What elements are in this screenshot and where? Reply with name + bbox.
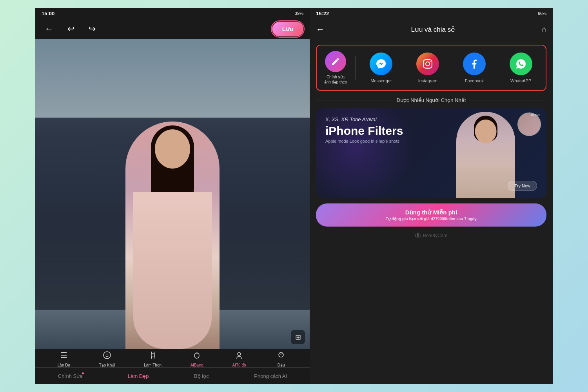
popular-title: Được Nhiều Người Chọn Nhất xyxy=(397,97,466,103)
banner-head xyxy=(475,120,497,143)
share-back-button[interactable]: ← xyxy=(316,24,325,34)
tao-khoi-label: Tạo Khối xyxy=(99,363,115,367)
try-now-button[interactable]: Try Now xyxy=(508,181,537,191)
bottom-toolbar: ☰ Làn Da Tạo Khối xyxy=(35,349,310,384)
popular-section: Được Nhiều Người Chọn Nhất X, XS, XR Ton… xyxy=(310,97,553,384)
bottom-tools: ☰ Làn Da Tạo Khối xyxy=(35,349,310,367)
messenger-icon xyxy=(370,53,392,75)
whatsapp-icon xyxy=(510,53,532,75)
dau-icon xyxy=(275,349,287,361)
photo-placeholder: ⊞ xyxy=(35,39,310,349)
lan-da-icon: ☰ xyxy=(58,349,70,361)
compare-icon-symbol: ⊞ xyxy=(295,333,301,341)
dau-label: Đầu xyxy=(278,363,285,367)
tab-phong-cach-ai[interactable]: Phong cách AI xyxy=(249,372,292,381)
svg-point-0 xyxy=(103,352,111,359)
tool-dau[interactable]: Đầu xyxy=(275,349,287,367)
edit-next-option[interactable]: Chỉnh sửaảnh tiếp theo xyxy=(321,51,350,85)
chinh-sua-dot xyxy=(82,372,84,374)
share-title: Lưu và chia sẻ xyxy=(325,25,541,34)
status-icons-left: 39% xyxy=(295,11,303,16)
facebook-app[interactable]: Facebook xyxy=(463,53,486,83)
share-options-inner: Chỉnh sửaảnh tiếp theo Messenger xyxy=(316,45,546,91)
tao-khoi-icon xyxy=(101,349,113,361)
tool-lam-thon[interactable]: Làm Thon xyxy=(144,349,162,367)
messenger-label: Messenger xyxy=(370,78,392,83)
facebook-label: Facebook xyxy=(465,78,484,83)
tab-lam-dep[interactable]: Làm Đẹp xyxy=(123,372,154,381)
banner-tag: X, XS, XR Tone Arrival xyxy=(325,116,377,122)
try-free-label: Dùng thử Miễn phí xyxy=(321,209,541,216)
photo-area: ⊞ xyxy=(35,39,310,349)
try-free-sub: Tự động gia hạn với giá đ279000/năm sau … xyxy=(321,217,541,221)
time-right: 15:22 xyxy=(316,11,329,16)
left-panel: 15:00 39% ← ↩ ↪ Lưu xyxy=(35,8,310,384)
battery-right: 66% xyxy=(538,11,546,16)
popular-header: Được Nhiều Người Chọn Nhất xyxy=(316,97,546,103)
lam-thon-label: Làm Thon xyxy=(144,363,162,367)
messenger-app[interactable]: Messenger xyxy=(370,53,392,83)
beautycam-text: BeautyCam xyxy=(423,233,448,238)
ai-bung-label: AIBụng xyxy=(191,363,203,367)
tab-chinh-sua[interactable]: Chỉnh Sửa xyxy=(53,372,87,381)
bottom-nav: Chỉnh Sửa Làm Đẹp Bộ lọc Phong cách AI xyxy=(35,367,310,384)
feature-banner: X, XS, XR Tone Arrival iPhone Filters Ap… xyxy=(316,108,546,198)
camera-icon xyxy=(415,233,421,238)
svg-point-4 xyxy=(417,234,419,237)
status-bar-right: 15:22 66% xyxy=(310,8,553,19)
whatsapp-app[interactable]: WhatsAPP xyxy=(510,53,532,83)
popular-dash-right xyxy=(470,100,546,100)
right-panel: 15:22 66% ← Lưu và chia sẻ ⌂ xyxy=(310,8,553,384)
back-button[interactable]: ← xyxy=(42,22,56,36)
woman-figure xyxy=(125,122,220,349)
share-options: Chỉnh sửaảnh tiếp theo Messenger xyxy=(310,40,553,97)
tool-ai-bung[interactable]: AIBụng xyxy=(191,349,203,367)
before-label: Before xyxy=(531,113,540,117)
status-bar-left: 15:00 39% xyxy=(35,8,310,19)
try-free-button[interactable]: Dùng thử Miễn phí Tự động gia hạn với gi… xyxy=(316,203,546,227)
lan-da-label: Làn Da xyxy=(58,363,70,367)
battery-left: 39% xyxy=(295,11,303,16)
banner-woman xyxy=(456,112,515,198)
whatsapp-label: WhatsAPP xyxy=(510,78,531,83)
beautycam-watermark: BeautyCam xyxy=(316,230,546,241)
save-button[interactable]: Lưu xyxy=(272,22,303,36)
tool-lan-da[interactable]: ☰ Làn Da xyxy=(58,349,70,367)
share-divider xyxy=(355,56,356,80)
share-header: ← Lưu và chia sẻ ⌂ xyxy=(310,19,553,40)
tool-ai-tu-do[interactable]: AITú đò xyxy=(232,349,246,367)
facebook-icon xyxy=(463,53,486,75)
instagram-label: Instagram xyxy=(418,78,437,83)
tool-tao-khoi[interactable]: Tạo Khối xyxy=(99,349,115,367)
woman-dress xyxy=(133,192,212,349)
undo-button[interactable]: ↩ xyxy=(64,22,78,36)
edit-next-circle xyxy=(325,51,346,72)
ai-bung-icon xyxy=(191,349,203,361)
tab-bo-loc[interactable]: Bộ lọc xyxy=(189,372,214,381)
instagram-icon xyxy=(416,53,439,75)
woman-head xyxy=(155,129,190,169)
time-left: 15:00 xyxy=(42,11,54,16)
urban-bg xyxy=(35,39,310,118)
ai-tu-do-icon xyxy=(233,349,245,361)
edit-next-label: Chỉnh sửaảnh tiếp theo xyxy=(324,74,347,85)
instagram-app[interactable]: Instagram xyxy=(416,53,439,83)
popular-dash-left xyxy=(316,100,392,100)
status-icons-right: 66% xyxy=(538,11,546,16)
compare-icon[interactable]: ⊞ xyxy=(291,330,305,344)
redo-button[interactable]: ↪ xyxy=(85,22,99,36)
lam-thon-icon xyxy=(147,349,159,361)
social-apps: Messenger Instagram xyxy=(361,53,541,83)
svg-point-2 xyxy=(238,352,241,356)
ai-tu-do-label: AITú đò xyxy=(232,363,246,367)
share-home-button[interactable]: ⌂ xyxy=(541,24,546,34)
toolbar: ← ↩ ↪ Lưu xyxy=(35,19,310,39)
